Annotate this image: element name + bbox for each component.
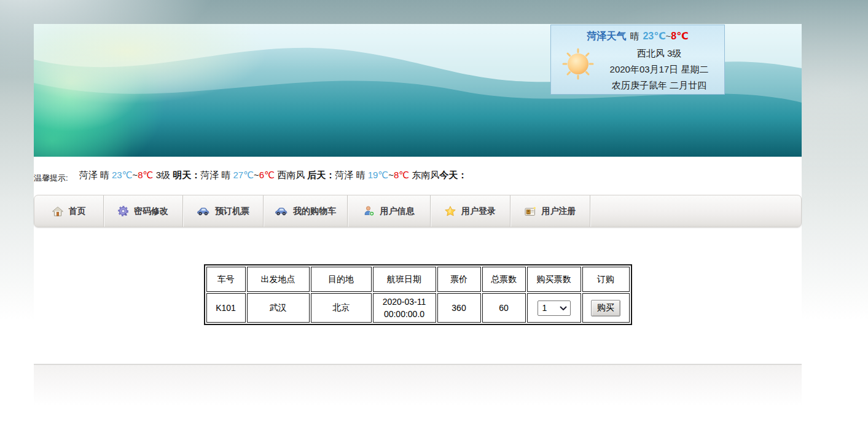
cell-price: 360 <box>437 293 481 323</box>
header-total-tickets: 总票数 <box>482 267 526 292</box>
flight-date-line2: 00:00:00.0 <box>376 308 433 320</box>
weather-condition: 晴 <box>630 31 639 41</box>
weather-tips-bar: 温馨提示: 菏泽 晴 23℃~8℃ 3级 明天：菏泽 晴 27℃~6℃ 西南风 … <box>34 167 802 183</box>
cell-departure: 武汉 <box>247 293 310 323</box>
page: 菏泽天气晴23℃~8℃ 西北风 3级 2020年03月17日 星期二 农历庚子鼠… <box>0 0 868 440</box>
banner: 菏泽天气晴23℃~8℃ 西北风 3级 2020年03月17日 星期二 农历庚子鼠… <box>34 24 802 157</box>
main-navbar: 首页 密码修改 <box>34 195 802 227</box>
ticket-table-section: 车号 出发地点 目的地 航班日期 票价 总票数 购买票数 订购 K101 武汉 … <box>34 264 802 325</box>
weather-date: 2020年03月17日 星期二 <box>598 61 721 77</box>
nav-item-home[interactable]: 首页 <box>34 195 104 227</box>
nav-item-user-info[interactable]: 用户信息 <box>348 195 431 227</box>
cell-destination: 北京 <box>311 293 372 323</box>
quantity-select-value: 1 <box>542 303 547 313</box>
tips-label: 温馨提示: <box>34 173 68 184</box>
cell-flight-date: 2020-03-11 00:00:00.0 <box>373 293 436 323</box>
flight-date-line1: 2020-03-11 <box>376 296 433 308</box>
nav-label-home: 首页 <box>69 206 86 217</box>
weather-widget: 菏泽天气晴23℃~8℃ 西北风 3级 2020年03月17日 星期二 农历庚子鼠… <box>550 25 725 95</box>
sun-icon <box>562 48 594 80</box>
header-order: 订购 <box>582 267 630 292</box>
nav-label-user-login: 用户登录 <box>461 206 496 217</box>
nav-label-book-tickets: 预订机票 <box>215 206 249 217</box>
header-flight-date: 航班日期 <box>373 267 436 292</box>
cell-purchase-qty: 1 <box>527 293 581 323</box>
nav-label-cart: 我的购物车 <box>293 206 336 217</box>
nav-item-cart[interactable]: 我的购物车 <box>264 195 348 227</box>
cell-total-tickets: 60 <box>482 293 526 323</box>
header-train-no: 车号 <box>206 267 246 292</box>
nav-item-user-register[interactable]: 用户注册 <box>510 195 590 227</box>
home-icon <box>52 206 63 216</box>
nav-label-user-info: 用户信息 <box>380 206 415 217</box>
weather-lunar-date: 农历庚子鼠年 二月廿四 <box>598 77 721 93</box>
buy-button[interactable]: 购买 <box>591 300 620 316</box>
weather-wind: 西北风 3级 <box>598 45 721 61</box>
star-icon <box>445 206 456 216</box>
footer-band <box>34 364 802 406</box>
weather-tilde: ~ <box>666 31 671 41</box>
table-header-row: 车号 出发地点 目的地 航班日期 票价 总票数 购买票数 订购 <box>206 267 630 292</box>
weather-temp-low: 8℃ <box>671 31 688 41</box>
nav-item-book-tickets[interactable]: 预订机票 <box>183 195 264 227</box>
header-purchase-qty: 购买票数 <box>527 267 581 292</box>
tips-ticker-text: 菏泽 晴 23℃~8℃ 3级 明天：菏泽 晴 27℃~6℃ 西南风 后天：菏泽 … <box>79 170 467 181</box>
cell-order: 购买 <box>582 293 630 323</box>
weather-city-label: 菏泽天气 <box>587 31 626 41</box>
table-row: K101 武汉 北京 2020-03-11 00:00:00.0 360 60 … <box>206 293 630 323</box>
weather-summary: 菏泽天气晴23℃~8℃ <box>551 30 724 43</box>
car-icon <box>197 207 209 216</box>
car-icon <box>275 207 287 216</box>
nav-item-password[interactable]: 密码修改 <box>104 195 183 227</box>
chevron-down-icon <box>560 306 567 310</box>
header-departure: 出发地点 <box>247 267 310 292</box>
nav-label-password: 密码修改 <box>134 206 168 217</box>
user-add-icon <box>364 206 375 216</box>
nav-label-user-register: 用户注册 <box>542 206 576 217</box>
id-card-icon <box>525 206 536 216</box>
header-destination: 目的地 <box>311 267 372 292</box>
header-price: 票价 <box>437 267 481 292</box>
cell-train-no: K101 <box>206 293 246 323</box>
nav-item-user-login[interactable]: 用户登录 <box>431 195 510 227</box>
ticket-table: 车号 出发地点 目的地 航班日期 票价 总票数 购买票数 订购 K101 武汉 … <box>204 264 632 325</box>
quantity-select[interactable]: 1 <box>538 301 571 316</box>
weather-temp-high: 23℃ <box>643 31 665 41</box>
gear-icon <box>118 206 128 216</box>
